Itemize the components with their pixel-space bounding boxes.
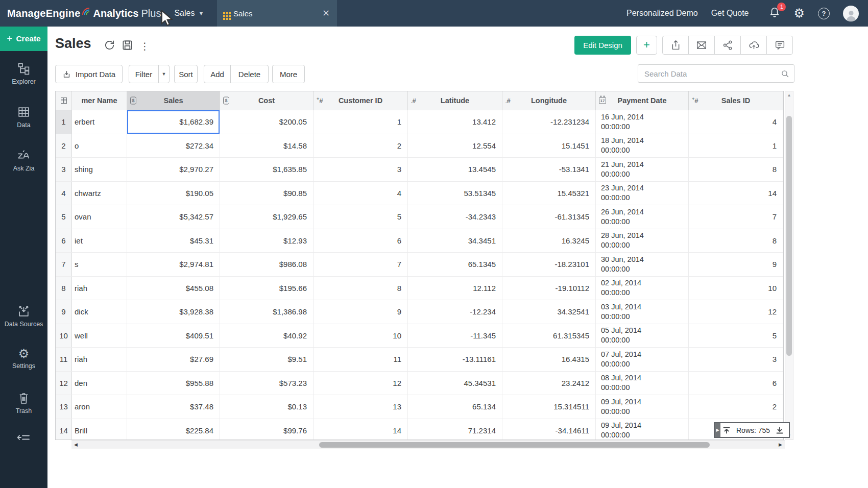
longitude-cell[interactable]: 23.2412 [502, 372, 596, 395]
latitude-cell[interactable]: 71.2314 [408, 419, 502, 441]
customer-name-cell[interactable]: iet [72, 229, 127, 253]
latitude-cell[interactable]: -13.11161 [408, 348, 502, 371]
row-number-cell[interactable]: 7 [56, 253, 72, 276]
customer-id-cell[interactable]: 4 [314, 182, 408, 205]
sidebar-item-explorer[interactable]: Explorer [0, 62, 47, 85]
customer-id-cell[interactable]: 8 [314, 277, 408, 300]
latitude-cell[interactable]: -12.234 [408, 300, 502, 324]
horizontal-scrollbar-thumb[interactable] [319, 442, 710, 448]
customer-id-cell[interactable]: 5 [314, 205, 408, 229]
go-to-bottom-icon[interactable] [776, 426, 784, 434]
sales-cell[interactable]: $225.84 [127, 419, 220, 441]
column-header-customer-id[interactable]: +#Customer ID [314, 91, 408, 110]
sales-id-cell[interactable]: 6 [689, 372, 783, 395]
row-number-cell[interactable]: 1 [56, 110, 72, 134]
payment-date-cell[interactable]: 28 Jun, 201400:00:00 [596, 229, 689, 253]
filter-button[interactable]: Filter [129, 65, 159, 83]
horizontal-scrollbar[interactable]: ◀ ▶ [71, 440, 785, 449]
import-data-button[interactable]: Import Data [55, 65, 123, 83]
sales-cell[interactable]: $1,682.39 [127, 110, 220, 134]
row-number-cell[interactable]: 3 [56, 158, 72, 181]
sales-cell[interactable]: $2,974.81 [127, 253, 220, 276]
tab-close-icon[interactable]: ✕ [321, 8, 331, 19]
cost-cell[interactable]: $12.93 [220, 229, 314, 253]
cost-cell[interactable]: $9.51 [220, 348, 314, 371]
vertical-scrollbar-thumb[interactable] [786, 116, 792, 356]
sales-id-cell[interactable]: 2 [689, 395, 783, 419]
customer-name-cell[interactable]: shing [72, 158, 127, 181]
filter-dropdown-button[interactable]: ▼ [158, 65, 170, 83]
customer-id-cell[interactable]: 11 [314, 348, 408, 371]
row-number-cell[interactable]: 10 [56, 324, 72, 348]
edit-design-button[interactable]: Edit Design [574, 36, 631, 55]
latitude-cell[interactable]: 13.4545 [408, 158, 502, 181]
sales-id-cell[interactable]: 3 [689, 348, 783, 371]
customer-id-cell[interactable]: 1 [314, 110, 408, 134]
cost-cell[interactable]: $200.05 [220, 110, 314, 134]
row-number-cell[interactable]: 13 [56, 395, 72, 419]
row-number-cell[interactable]: 12 [56, 372, 72, 395]
comments-button[interactable] [766, 36, 793, 55]
email-button[interactable] [688, 36, 715, 55]
customer-id-cell[interactable]: 9 [314, 300, 408, 324]
sales-id-cell[interactable]: 8 [689, 158, 783, 181]
save-button[interactable] [122, 39, 133, 53]
cost-cell[interactable]: $986.08 [220, 253, 314, 276]
customer-name-cell[interactable]: o [72, 134, 127, 158]
sales-cell[interactable]: $190.05 [127, 182, 220, 205]
customer-name-cell[interactable]: aron [72, 395, 127, 419]
payment-date-cell[interactable]: 18 Jun, 201400:00:00 [596, 134, 689, 158]
customer-name-cell[interactable]: s [72, 253, 127, 276]
sales-id-cell[interactable]: 9 [689, 253, 783, 276]
latitude-cell[interactable]: 45.34531 [408, 372, 502, 395]
cost-cell[interactable]: $40.92 [220, 324, 314, 348]
cost-cell[interactable]: $99.76 [220, 419, 314, 441]
row-number-cell[interactable]: 2 [56, 134, 72, 158]
user-avatar[interactable] [843, 6, 859, 21]
share-button[interactable] [714, 36, 741, 55]
add-button[interactable]: Add [204, 65, 231, 83]
longitude-cell[interactable]: 34.32541 [502, 300, 596, 324]
customer-id-cell[interactable]: 6 [314, 229, 408, 253]
sales-cell[interactable]: $5,342.57 [127, 205, 220, 229]
latitude-cell[interactable]: 12.554 [408, 134, 502, 158]
row-number-cell[interactable]: 4 [56, 182, 72, 205]
column-header-sales[interactable]: $Sales [127, 91, 220, 110]
sales-id-cell[interactable]: 1 [689, 134, 783, 158]
sales-id-cell[interactable]: 12 [689, 300, 783, 324]
export-button[interactable] [662, 36, 689, 55]
sales-cell[interactable]: $37.48 [127, 395, 220, 419]
more-options-button[interactable]: ⋮ [140, 40, 150, 52]
sales-cell[interactable]: $2,970.27 [127, 158, 220, 181]
payment-date-cell[interactable]: 09 Jul, 201400:00:00 [596, 395, 689, 419]
cost-cell[interactable]: $573.23 [220, 372, 314, 395]
column-header-payment-date[interactable]: 17Payment Date [596, 91, 689, 110]
publish-button[interactable] [740, 36, 767, 55]
sales-cell[interactable]: $272.34 [127, 134, 220, 158]
latitude-cell[interactable]: 13.412 [408, 110, 502, 134]
sales-cell[interactable]: $27.69 [127, 348, 220, 371]
rows-counter-handle[interactable]: ▶ [715, 423, 720, 437]
longitude-cell[interactable]: 15.45321 [502, 182, 596, 205]
customer-id-cell[interactable]: 13 [314, 395, 408, 419]
row-number-cell[interactable]: 5 [56, 205, 72, 229]
sort-button[interactable]: Sort [174, 65, 198, 83]
sidebar-item-data-sources[interactable]: Data Sources [0, 305, 47, 328]
sidebar-item-trash[interactable]: Trash [0, 392, 47, 414]
sales-cell[interactable]: $409.51 [127, 324, 220, 348]
settings-gear-icon[interactable]: ⚙ [793, 7, 805, 19]
help-icon[interactable]: ? [818, 8, 830, 19]
notifications-button[interactable]: 1 [769, 6, 780, 20]
longitude-cell[interactable]: 16.3245 [502, 229, 596, 253]
sidebar-item-ask-zia[interactable]: Ask Zia [0, 149, 47, 172]
customer-name-cell[interactable]: Brill [72, 419, 127, 441]
get-quote-link[interactable]: Get Quote [711, 9, 749, 18]
latitude-cell[interactable]: 12.112 [408, 277, 502, 300]
add-view-button[interactable]: + [636, 36, 657, 55]
column-header-mer-name[interactable]: mer Name [72, 91, 127, 110]
latitude-cell[interactable]: -11.345 [408, 324, 502, 348]
customer-name-cell[interactable]: riah [72, 277, 127, 300]
customer-name-cell[interactable]: ovan [72, 205, 127, 229]
customer-id-cell[interactable]: 10 [314, 324, 408, 348]
column-header-rownum[interactable] [56, 91, 72, 110]
